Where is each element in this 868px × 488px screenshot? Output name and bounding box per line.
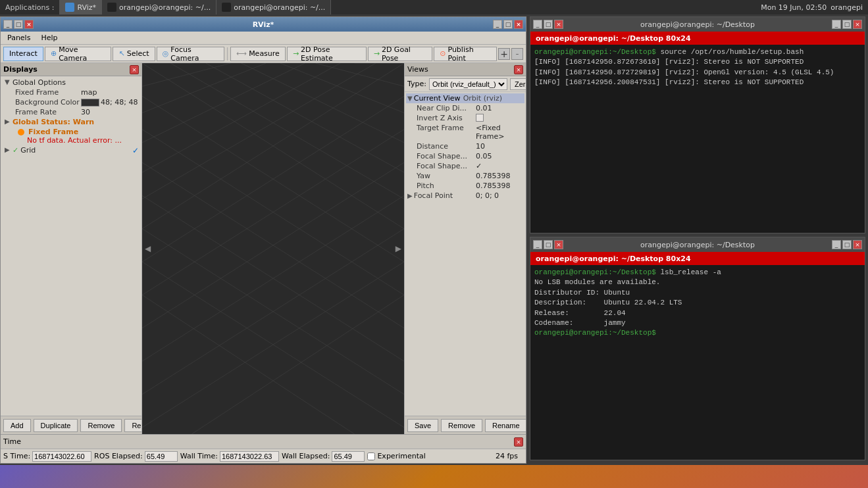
rename-view-btn[interactable]: Rename (485, 419, 526, 432)
rviz-window: _ □ × RViz* _ □ × Panels Help Interact ⊕… (0, 16, 526, 464)
term1-close-right-btn[interactable]: × (853, 20, 862, 29)
ros-elapsed-field: ROS Elapsed: (94, 451, 178, 462)
views-tree: ▼ Current View Orbit (rviz) Near Clip Di… (405, 92, 526, 416)
views-type-select[interactable]: Orbit (rviz_default_) (429, 78, 507, 90)
rviz-close-btn[interactable]: × (24, 20, 34, 29)
rviz-maximize-right-btn[interactable]: □ (503, 20, 513, 29)
rviz-right-btns: _ □ × (493, 20, 523, 29)
term1-left-btns: _ □ × (533, 20, 563, 29)
global-status-arrow: ▶ (5, 118, 11, 125)
term2-maximize-right-btn[interactable]: □ (842, 240, 852, 249)
toolbar-interact-btn[interactable]: Interact (3, 47, 43, 61)
svg-rect-0 (142, 63, 404, 434)
target-frame-label: Target Frame (417, 124, 476, 141)
toolbar-goal-btn[interactable]: → 2D Goal Pose (368, 47, 433, 61)
fixed-frame-error-row: Fixed Frame (18, 128, 94, 136)
terminal1-tab[interactable]: orangepi@orangepi: ~/Desktop 80x24 (530, 32, 865, 45)
term1-cmd1: source /opt/ros/humble/setup.bash (660, 48, 804, 56)
fixed-frame-error-label: Fixed Frame (28, 128, 94, 136)
rviz-minimize-right-btn[interactable]: _ (493, 20, 502, 29)
wall-elapsed-input[interactable] (332, 451, 365, 462)
applications-menu[interactable]: Applications : (0, 0, 60, 14)
focal-point-item[interactable]: ▶ Focal Point 0; 0; 0 (406, 191, 524, 201)
taskbar-term2-btn[interactable]: orangepi@orangepi: ~/... (217, 0, 331, 14)
near-clip-value: 0.01 (476, 104, 492, 112)
fixed-frame-item[interactable]: Fixed Frame map (2, 87, 140, 97)
distance-value: 10 (476, 142, 485, 151)
views-zero-btn[interactable]: Zero (510, 78, 526, 90)
taskbar-windows: RViz* orangepi@orangepi: ~/... orangepi@… (60, 0, 755, 14)
term1-prompt1: orangepi@orangepi:~/Desktop$ (534, 48, 660, 56)
experimental-checkbox[interactable] (367, 452, 375, 460)
displays-tree[interactable]: ▼ Global Options Fixed Frame map Backgro… (1, 76, 141, 416)
ros-elapsed-input[interactable] (145, 451, 178, 462)
menu-help[interactable]: Help (37, 33, 61, 43)
term2-maximize-btn[interactable]: □ (544, 240, 553, 249)
term1-line3: [INFO] [1687142956.200847531] [rviz2]: S… (534, 78, 804, 86)
term1-maximize-btn[interactable]: □ (544, 20, 553, 29)
grid-svg (142, 63, 404, 434)
frame-rate-item[interactable]: Frame Rate 30 (2, 107, 140, 117)
grid-arrow: ▶ (5, 146, 11, 153)
wall-time-field: Wall Time: (180, 451, 279, 462)
term2-close-btn[interactable]: × (554, 240, 563, 249)
toolbar-measure-btn[interactable]: ⟷ Measure (230, 47, 286, 61)
grid-check-icon: ✓ (13, 146, 18, 155)
toolbar-focus-btn[interactable]: ◎ Focus Camera (157, 47, 225, 61)
term2-line3: Description: Ubuntu 22.04.2 LTS (534, 299, 682, 306)
term2-minimize-right-btn[interactable]: _ (832, 240, 841, 249)
displays-title: Displays (3, 65, 38, 74)
term1-icon (107, 3, 116, 12)
toolbar-publish-btn[interactable]: ⊙ Publish Point (434, 47, 497, 61)
fixed-frame-error-item[interactable]: Fixed Frame No tf data. Actual error: ..… (2, 127, 140, 145)
rviz-minimize-btn[interactable]: _ (3, 20, 13, 29)
duplicate-display-btn[interactable]: Duplicate (34, 419, 78, 432)
wall-time-input[interactable] (220, 451, 279, 462)
remove-view-btn[interactable]: Remove (441, 419, 482, 432)
term1-maximize-right-btn[interactable]: □ (842, 20, 852, 29)
displays-panel-buttons: Add Duplicate Remove Rename (1, 416, 141, 434)
menu-panels[interactable]: Panels (3, 33, 34, 43)
term1-minimize-right-btn[interactable]: _ (832, 20, 841, 29)
displays-close-btn[interactable]: × (130, 65, 139, 74)
taskbar-term1-btn[interactable]: orangepi@orangepi: ~/... (102, 0, 217, 14)
terminal1-title: orangepi@orangepi: ~/Desktop (563, 20, 832, 29)
yaw-prop: Yaw 0.785398 (406, 171, 524, 181)
ros-time-input[interactable] (32, 451, 91, 462)
toolbar-minus-btn[interactable]: – (511, 48, 523, 60)
term2-line1: No LSB modules are available. (534, 278, 660, 286)
term2-close-right-btn[interactable]: × (853, 240, 862, 249)
toolbar-move-camera-btn[interactable]: ⊕ Move Camera (45, 47, 112, 61)
taskbar-rviz-btn[interactable]: RViz* (60, 0, 102, 14)
term1-close-btn[interactable]: × (554, 20, 563, 29)
ros-time-label: S Time: (3, 452, 30, 460)
time-bar-header: Time × (1, 434, 526, 449)
viewport-left-arrow[interactable]: ◀ (145, 244, 151, 253)
term2-minimize-btn[interactable]: _ (533, 240, 542, 249)
toolbar-pose-btn[interactable]: → 2D Pose Estimate (287, 47, 367, 61)
toolbar-select-btn[interactable]: ↖ Select (113, 47, 155, 61)
bg-color-item[interactable]: Background Color 48; 48; 48 (2, 97, 140, 107)
current-view-item[interactable]: ▼ Current View Orbit (rviz) (406, 93, 524, 103)
remove-display-btn[interactable]: Remove (80, 419, 122, 432)
grid-item[interactable]: ▶ ✓ Grid ✓ (2, 145, 140, 156)
rviz-close-right-btn[interactable]: × (514, 20, 523, 29)
rviz-maximize-btn[interactable]: □ (14, 20, 23, 29)
global-status-item[interactable]: ▶ Global Status: Warn (2, 117, 140, 127)
focal-shape2-value: ✓ (476, 162, 482, 170)
invert-z-checkbox[interactable] (476, 114, 484, 122)
desktop-bottom (0, 465, 868, 488)
terminal2-tab[interactable]: orangepi@orangepi: ~/Desktop 80x24 (530, 252, 865, 265)
viewport-right-arrow[interactable]: ▶ (396, 244, 401, 253)
viewport[interactable]: ◀ ▶ (142, 63, 404, 434)
toolbar-plus-btn[interactable]: + (498, 48, 510, 60)
add-display-btn[interactable]: Add (3, 419, 31, 432)
term1-minimize-btn[interactable]: _ (533, 20, 542, 29)
frame-rate-value: 30 (81, 108, 90, 116)
global-options-item[interactable]: ▼ Global Options (2, 78, 140, 87)
save-view-btn[interactable]: Save (407, 419, 438, 432)
term2-right-btns: _ □ × (832, 240, 862, 249)
views-close-btn[interactable]: × (514, 65, 523, 74)
rename-display-btn[interactable]: Rename (124, 419, 142, 432)
time-close-btn[interactable]: × (514, 437, 523, 447)
